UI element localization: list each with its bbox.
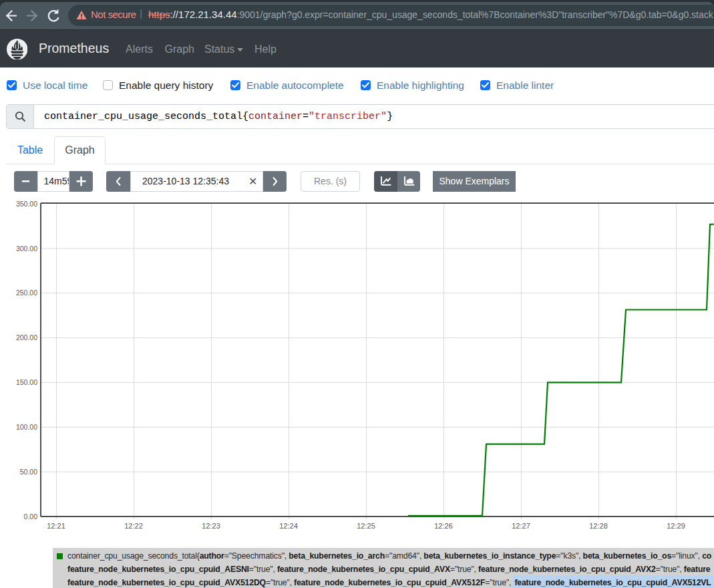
- svg-text:100.00: 100.00: [16, 423, 37, 431]
- svg-text:50.00: 50.00: [20, 468, 37, 476]
- svg-text:350.00: 350.00: [16, 200, 37, 208]
- svg-text:0.00: 0.00: [24, 512, 38, 521]
- svg-text:12:29: 12:29: [667, 522, 685, 530]
- svg-text:150.00: 150.00: [16, 378, 37, 386]
- svg-text:250.00: 250.00: [16, 289, 37, 297]
- svg-text:12:23: 12:23: [202, 522, 220, 530]
- svg-text:12:22: 12:22: [124, 522, 143, 530]
- svg-text:12:26: 12:26: [434, 522, 453, 530]
- svg-text:300.00: 300.00: [16, 245, 37, 253]
- svg-text:12:27: 12:27: [512, 522, 530, 530]
- svg-text:12:24: 12:24: [279, 522, 298, 530]
- svg-text:12:25: 12:25: [357, 522, 375, 530]
- svg-text:12:28: 12:28: [589, 522, 608, 530]
- svg-text:12:21: 12:21: [47, 522, 65, 530]
- svg-text:200.00: 200.00: [16, 333, 37, 341]
